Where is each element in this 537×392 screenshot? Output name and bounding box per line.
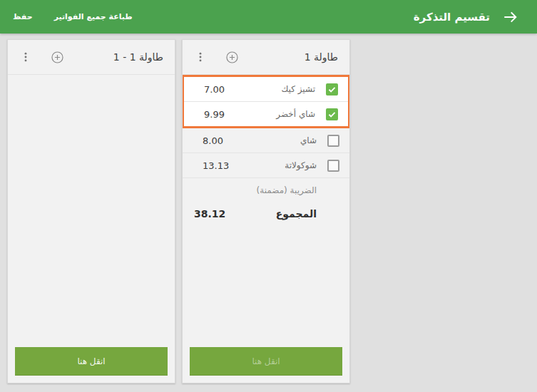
item-checkbox[interactable] bbox=[326, 83, 338, 96]
tax-label: الضريبة (مضمنة) bbox=[257, 185, 317, 195]
total-value: 38.12 bbox=[194, 208, 225, 220]
item-list: تشيز كيك 7.00 شاي أخضر 9.99 شاي 8.00 bbox=[183, 74, 349, 340]
add-ticket-icon[interactable] bbox=[51, 51, 64, 64]
tax-row: الضريبة (مضمنة) bbox=[183, 178, 349, 201]
panel-header: طاولة 1 - 1 bbox=[8, 40, 175, 74]
item-row[interactable]: شاي 8.00 bbox=[183, 128, 349, 153]
item-name: شوكولاتة bbox=[229, 160, 317, 170]
item-name: تشيز كيك bbox=[225, 84, 315, 94]
panel-table-1-1: طاولة 1 - 1 انقل هنا bbox=[7, 39, 175, 383]
item-name: شاي bbox=[223, 135, 317, 145]
panel-table-1: طاولة 1 تشيز كيك 7.0 bbox=[182, 39, 350, 383]
save-button[interactable]: حفظ bbox=[13, 12, 33, 21]
appbar: تقسيم التذكرة طباعة جميع الفواتير حفظ bbox=[0, 0, 537, 33]
add-ticket-icon[interactable] bbox=[225, 51, 239, 64]
panel-title: طاولة 1 bbox=[239, 51, 338, 63]
split-panels-area: طاولة 1 - 1 انقل هنا طاولة 1 bbox=[0, 33, 537, 383]
item-name: شاي أخضر bbox=[225, 109, 315, 119]
empty-item-list bbox=[8, 74, 175, 340]
kebab-menu-icon[interactable] bbox=[194, 51, 207, 63]
panel-header: طاولة 1 bbox=[183, 40, 349, 74]
page-title: تقسيم التذكرة bbox=[414, 11, 490, 24]
item-price: 13.13 bbox=[193, 160, 229, 171]
item-checkbox[interactable] bbox=[327, 135, 339, 147]
print-all-invoices-button[interactable]: طباعة جميع الفواتير bbox=[54, 12, 133, 21]
item-checkbox[interactable] bbox=[326, 108, 338, 120]
item-price: 8.00 bbox=[193, 135, 223, 146]
move-here-button[interactable]: انقل هنا bbox=[15, 347, 168, 376]
total-row: المجموع 38.12 bbox=[183, 201, 349, 227]
item-row[interactable]: تشيز كيك 7.00 bbox=[184, 77, 348, 102]
panel-footer: انقل هنا bbox=[183, 340, 349, 383]
kebab-menu-icon[interactable] bbox=[19, 51, 32, 63]
selected-items-highlight: تشيز كيك 7.00 شاي أخضر 9.99 bbox=[183, 75, 349, 128]
item-checkbox[interactable] bbox=[327, 160, 339, 172]
move-here-button[interactable]: انقل هنا bbox=[190, 347, 342, 376]
back-arrow-icon[interactable] bbox=[503, 9, 518, 25]
total-label: المجموع bbox=[225, 208, 317, 220]
item-price: 7.00 bbox=[194, 84, 225, 95]
panel-footer: انقل هنا bbox=[8, 340, 175, 383]
item-row[interactable]: شاي أخضر 9.99 bbox=[184, 102, 348, 126]
panel-title: طاولة 1 - 1 bbox=[64, 51, 163, 63]
item-price: 9.99 bbox=[194, 109, 225, 120]
item-row[interactable]: شوكولاتة 13.13 bbox=[183, 153, 349, 178]
